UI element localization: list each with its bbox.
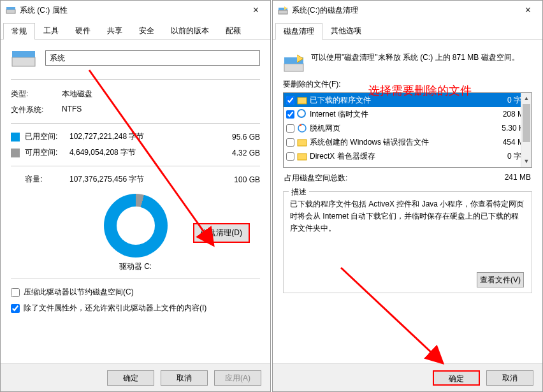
file-row[interactable]: DirectX 着色器缓存 0 字节 bbox=[284, 149, 532, 163]
ie-icon bbox=[297, 109, 307, 119]
close-icon[interactable]: × bbox=[519, 4, 537, 16]
svg-rect-10 bbox=[300, 124, 301, 126]
web-icon bbox=[297, 123, 307, 133]
tabs-row: 常规 工具 硬件 共享 安全 以前的版本 配额 bbox=[1, 20, 270, 40]
total-label: 占用磁盘空间总数: bbox=[284, 173, 347, 184]
titlebar: 系统(C:)的磁盘清理 × bbox=[273, 1, 542, 20]
index-checkbox[interactable] bbox=[11, 304, 20, 313]
disk-cleanup-button[interactable]: 磁盘清理(D) bbox=[193, 223, 250, 243]
fs-value: NTFS bbox=[62, 105, 82, 115]
content: 类型:本地磁盘 文件系统:NTFS 已用空间: 102,727,221,248 … bbox=[1, 40, 270, 324]
compress-checkbox[interactable] bbox=[11, 288, 20, 297]
scrollbar[interactable]: ▲ ▼ bbox=[521, 93, 532, 167]
cancel-button[interactable]: 取消 bbox=[161, 370, 208, 386]
used-gb: 95.6 GB bbox=[165, 133, 260, 142]
disk-cleanup-window: 系统(C:)的磁盘清理 × 磁盘清理 其他选项 可以使用"磁盘清理"来释放 系统… bbox=[272, 0, 543, 392]
titlebar: 系统 (C:) 属性 × bbox=[1, 1, 270, 20]
used-label: 已用空间: bbox=[25, 131, 69, 142]
tab-tools[interactable]: 工具 bbox=[35, 22, 67, 39]
free-bytes: 4,649,054,208 字节 bbox=[69, 147, 165, 158]
scroll-thumb[interactable] bbox=[523, 104, 530, 142]
svg-rect-1 bbox=[6, 7, 15, 10]
used-bytes: 102,727,221,248 字节 bbox=[69, 131, 165, 142]
file-row[interactable]: 脱机网页 5.30 KB bbox=[284, 121, 532, 135]
volume-name-input[interactable] bbox=[45, 50, 260, 66]
used-swatch bbox=[11, 133, 20, 142]
window-title: 系统 (C:) 属性 bbox=[20, 5, 247, 16]
free-gb: 4.32 GB bbox=[165, 149, 260, 157]
capacity-bytes: 107,376,275,456 字节 bbox=[69, 174, 165, 185]
drive-icon bbox=[6, 5, 16, 15]
file-checkbox[interactable] bbox=[286, 152, 294, 161]
ok-button[interactable]: 确定 bbox=[107, 370, 154, 386]
tab-cleanup[interactable]: 磁盘清理 bbox=[275, 23, 322, 40]
index-label: 除了文件属性外，还允许索引此驱动器上文件的内容(I) bbox=[24, 303, 206, 314]
tab-hardware[interactable]: 硬件 bbox=[67, 22, 99, 39]
folder-icon bbox=[297, 151, 307, 161]
file-name: DirectX 着色器缓存 bbox=[310, 151, 484, 162]
cancel-button[interactable]: 取消 bbox=[486, 370, 533, 386]
tab-other[interactable]: 其他选项 bbox=[322, 22, 370, 39]
file-checkbox[interactable] bbox=[286, 96, 294, 105]
capacity-label: 容量: bbox=[25, 174, 69, 185]
cleanup-icon-large bbox=[283, 52, 305, 74]
file-name: Internet 临时文件 bbox=[310, 109, 484, 120]
tab-general[interactable]: 常规 bbox=[3, 23, 35, 40]
tab-quota[interactable]: 配额 bbox=[217, 22, 249, 39]
cleanup-icon bbox=[278, 5, 288, 15]
view-files-button[interactable]: 查看文件(V) bbox=[477, 272, 524, 287]
svg-rect-8 bbox=[298, 98, 307, 104]
svg-point-9 bbox=[298, 124, 306, 132]
tabs-row: 磁盘清理 其他选项 bbox=[273, 20, 542, 40]
properties-window: 系统 (C:) 属性 × 常规 工具 硬件 共享 安全 以前的版本 配额 类型:… bbox=[0, 0, 271, 392]
footer: 确定 取消 bbox=[273, 363, 542, 391]
svg-rect-11 bbox=[298, 140, 307, 146]
compress-label: 压缩此驱动器以节约磁盘空间(C) bbox=[24, 287, 134, 298]
fs-label: 文件系统: bbox=[11, 105, 62, 115]
usage-donut bbox=[104, 194, 168, 258]
type-value: 本地磁盘 bbox=[62, 89, 92, 99]
tab-previous[interactable]: 以前的版本 bbox=[163, 22, 217, 39]
file-list: 已下载的程序文件 0 字节 Internet 临时文件 208 MB 脱机网页 … bbox=[283, 92, 532, 168]
file-row[interactable]: Internet 临时文件 208 MB bbox=[284, 107, 532, 121]
scroll-down-icon[interactable]: ▼ bbox=[521, 156, 532, 167]
intro-text: 可以使用"磁盘清理"来释放 系统 (C:) 上的 871 MB 磁盘空间。 bbox=[311, 52, 519, 63]
file-checkbox[interactable] bbox=[286, 110, 294, 119]
drive-caption: 驱动器 C: bbox=[104, 261, 168, 272]
apply-button[interactable]: 应用(A) bbox=[214, 370, 261, 386]
svg-rect-12 bbox=[298, 154, 307, 160]
type-label: 类型: bbox=[11, 89, 62, 99]
description-group: 描述 已下载的程序文件包括 ActiveX 控件和 Java 小程序，你查看特定… bbox=[283, 191, 532, 293]
free-label: 可用空间: bbox=[25, 147, 69, 158]
ok-button[interactable]: 确定 bbox=[433, 370, 480, 386]
file-checkbox[interactable] bbox=[286, 138, 294, 147]
file-name: 脱机网页 bbox=[310, 123, 484, 134]
free-swatch bbox=[11, 149, 20, 157]
drive-icon-large bbox=[11, 47, 36, 69]
folder-icon bbox=[297, 137, 307, 147]
file-name: 系统创建的 Windows 错误报告文件 bbox=[310, 137, 484, 148]
window-title: 系统(C:)的磁盘清理 bbox=[292, 5, 519, 16]
footer: 确定 取消 应用(A) bbox=[1, 363, 270, 391]
folder-icon bbox=[297, 95, 307, 105]
total-value: 241 MB bbox=[505, 173, 531, 184]
svg-rect-2 bbox=[12, 57, 35, 66]
close-icon[interactable]: × bbox=[247, 4, 265, 16]
svg-rect-4 bbox=[279, 10, 287, 14]
svg-rect-6 bbox=[284, 64, 303, 71]
description-title: 描述 bbox=[289, 186, 309, 198]
file-row[interactable]: 系统创建的 Windows 错误报告文件 454 MB bbox=[284, 135, 532, 149]
description-text: 已下载的程序文件包括 ActiveX 控件和 Java 小程序，你查看特定网页时… bbox=[290, 198, 525, 235]
scroll-up-icon[interactable]: ▲ bbox=[521, 93, 532, 104]
file-checkbox[interactable] bbox=[286, 124, 294, 133]
svg-rect-0 bbox=[6, 10, 15, 13]
capacity-gb: 100 GB bbox=[165, 175, 260, 184]
tab-security[interactable]: 安全 bbox=[131, 22, 163, 39]
svg-rect-3 bbox=[12, 51, 35, 57]
tab-sharing[interactable]: 共享 bbox=[99, 22, 131, 39]
annotation-text: 选择需要删除的文件 bbox=[368, 83, 472, 98]
